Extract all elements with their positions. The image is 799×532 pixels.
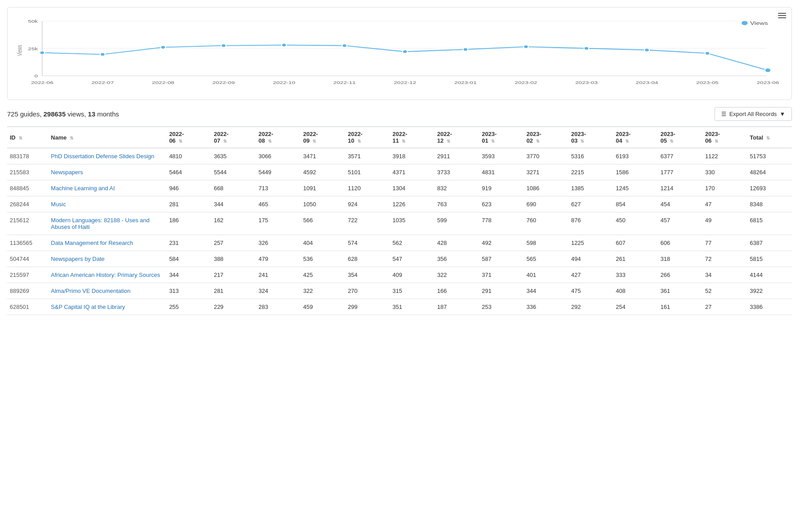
cell-m2206: 255 bbox=[167, 299, 212, 315]
cell-m2208: 479 bbox=[256, 251, 301, 267]
chart-menu-button[interactable] bbox=[778, 13, 786, 18]
guide-link[interactable]: Music bbox=[51, 201, 66, 208]
table-row: 215583Newspapers546455445449459251014371… bbox=[7, 164, 792, 180]
cell-m2306: 72 bbox=[703, 251, 747, 267]
cell-m2305: 318 bbox=[658, 251, 703, 267]
svg-text:50k: 50k bbox=[28, 19, 38, 24]
guide-link[interactable]: Data Management for Research bbox=[51, 240, 133, 246]
col-header-2305[interactable]: 2023-05 ⇅ bbox=[658, 127, 703, 148]
cell-m2209: 1091 bbox=[300, 180, 345, 196]
cell-total: 6387 bbox=[747, 235, 792, 251]
guide-link[interactable]: Newspapers bbox=[51, 169, 83, 176]
guide-link[interactable]: African American History: Primary Source… bbox=[51, 272, 160, 278]
cell-m2306: 34 bbox=[703, 267, 747, 283]
cell-total: 8348 bbox=[747, 196, 792, 212]
col-header-2207[interactable]: 2022-07 ⇅ bbox=[211, 127, 256, 148]
chart-svg: 0 25k 50k Views 2022-06 2022-07 2022-08 … bbox=[15, 15, 784, 95]
cell-m2304: 450 bbox=[613, 212, 658, 235]
cell-m2304: 333 bbox=[613, 267, 658, 283]
svg-point-24 bbox=[161, 46, 166, 49]
cell-m2206: 313 bbox=[167, 283, 212, 299]
cell-m2206: 946 bbox=[167, 180, 212, 196]
svg-text:25k: 25k bbox=[28, 46, 38, 51]
cell-m2209: 459 bbox=[300, 299, 345, 315]
cell-m2206: 344 bbox=[167, 267, 212, 283]
cell-m2302: 760 bbox=[524, 212, 569, 235]
svg-text:2022-06: 2022-06 bbox=[31, 80, 54, 85]
guide-link[interactable]: Modern Languages: 82188 - Uses and Abuse… bbox=[51, 217, 150, 230]
col-header-2211[interactable]: 2022-11 ⇅ bbox=[390, 127, 435, 148]
cell-m2208: 241 bbox=[256, 267, 301, 283]
guide-link[interactable]: Alma/Primo VE Documentation bbox=[51, 288, 131, 294]
guide-link[interactable]: S&P Capital IQ at the Library bbox=[51, 304, 125, 310]
sort-icon-2212: ⇅ bbox=[447, 139, 450, 144]
cell-id: 883178 bbox=[7, 148, 48, 164]
sort-icon-2208: ⇅ bbox=[268, 139, 272, 144]
svg-point-27 bbox=[342, 44, 347, 48]
cell-m2303: 1225 bbox=[568, 235, 613, 251]
cell-m2305: 1214 bbox=[658, 180, 703, 196]
cell-m2302: 690 bbox=[524, 196, 569, 212]
table-row: 628501S&P Capital IQ at the Library25522… bbox=[7, 299, 792, 315]
svg-point-34 bbox=[765, 68, 771, 72]
cell-m2207: 281 bbox=[211, 283, 256, 299]
svg-point-25 bbox=[221, 44, 226, 48]
cell-m2209: 3471 bbox=[300, 148, 345, 164]
col-header-2206[interactable]: 2022-06 ⇅ bbox=[167, 127, 212, 148]
sort-icon-total: ⇅ bbox=[766, 136, 770, 140]
col-header-id[interactable]: ID ⇅ bbox=[7, 127, 48, 148]
guide-link[interactable]: Newspapers by Date bbox=[51, 256, 105, 262]
cell-m2303: 494 bbox=[568, 251, 613, 267]
cell-total: 51753 bbox=[747, 148, 792, 164]
cell-m2207: 229 bbox=[211, 299, 256, 315]
cell-m2206: 231 bbox=[167, 235, 212, 251]
cell-m2210: 354 bbox=[345, 267, 390, 283]
export-button[interactable]: ☰ Export All Records ▼ bbox=[715, 107, 792, 121]
cell-m2212: 2911 bbox=[435, 148, 479, 164]
svg-text:2022-11: 2022-11 bbox=[333, 80, 356, 85]
col-header-2306[interactable]: 2023-06 ⇅ bbox=[703, 127, 747, 148]
guide-link[interactable]: Machine Learning and AI bbox=[51, 185, 115, 192]
cell-m2306: 49 bbox=[703, 212, 747, 235]
cell-m2304: 1245 bbox=[613, 180, 658, 196]
col-header-2302[interactable]: 2023-02 ⇅ bbox=[524, 127, 569, 148]
cell-m2206: 4810 bbox=[167, 148, 212, 164]
col-header-2208[interactable]: 2022-08 ⇅ bbox=[256, 127, 301, 148]
cell-id: 215597 bbox=[7, 267, 48, 283]
col-header-2212[interactable]: 2022-12 ⇅ bbox=[435, 127, 479, 148]
svg-point-33 bbox=[705, 52, 710, 55]
cell-m2305: 361 bbox=[658, 283, 703, 299]
svg-text:2022-10: 2022-10 bbox=[273, 80, 296, 85]
cell-m2211: 1304 bbox=[390, 180, 435, 196]
cell-m2206: 584 bbox=[167, 251, 212, 267]
guide-link[interactable]: PhD Dissertation Defense Slides Design bbox=[51, 153, 155, 160]
cell-m2208: 175 bbox=[256, 212, 301, 235]
sort-icon-2305: ⇅ bbox=[670, 139, 673, 144]
summary-text: 725 guides, 298635 views, 13 months bbox=[7, 110, 119, 118]
table-row: 215597African American History: Primary … bbox=[7, 267, 792, 283]
col-header-2210[interactable]: 2022-10 ⇅ bbox=[345, 127, 390, 148]
sort-icon-2206: ⇅ bbox=[179, 139, 182, 144]
col-header-total[interactable]: Total ⇅ bbox=[747, 127, 792, 148]
cell-m2208: 283 bbox=[256, 299, 301, 315]
col-header-2209[interactable]: 2022-09 ⇅ bbox=[300, 127, 345, 148]
cell-m2301: 291 bbox=[479, 283, 524, 299]
cell-m2306: 27 bbox=[703, 299, 747, 315]
cell-m2209: 4592 bbox=[300, 164, 345, 180]
cell-m2301: 492 bbox=[479, 235, 524, 251]
cell-m2302: 565 bbox=[524, 251, 569, 267]
cell-m2301: 371 bbox=[479, 267, 524, 283]
col-header-2301[interactable]: 2023-01 ⇅ bbox=[479, 127, 524, 148]
cell-m2212: 832 bbox=[435, 180, 479, 196]
cell-m2301: 623 bbox=[479, 196, 524, 212]
col-header-2303[interactable]: 2023-03 ⇅ bbox=[568, 127, 613, 148]
col-header-name[interactable]: Name ⇅ bbox=[48, 127, 167, 148]
cell-m2303: 2215 bbox=[568, 164, 613, 180]
col-header-2304[interactable]: 2023-04 ⇅ bbox=[613, 127, 658, 148]
cell-m2302: 3770 bbox=[524, 148, 569, 164]
table-section: 725 guides, 298635 views, 13 months ☰ Ex… bbox=[7, 107, 792, 315]
cell-id: 1136565 bbox=[7, 235, 48, 251]
svg-text:2022-09: 2022-09 bbox=[212, 80, 235, 85]
table-row: 504744Newspapers by Date5843884795366285… bbox=[7, 251, 792, 267]
export-icon: ☰ bbox=[721, 111, 727, 117]
